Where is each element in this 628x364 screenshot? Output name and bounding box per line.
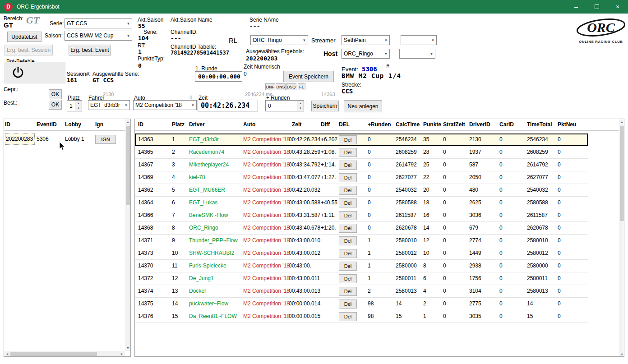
cell-runden: 1 (368, 260, 371, 272)
delete-row-button[interactable]: Del (339, 287, 357, 296)
minimize-button[interactable]: – (566, 0, 586, 14)
result-row[interactable]: 14362 5 EGT_MU66ER M2 Competition '18 00… (135, 184, 588, 197)
results-vertical-scrollbar[interactable]: ▲ ▼ (619, 119, 624, 357)
delete-row-button[interactable]: Del (339, 186, 357, 195)
fahrer-select[interactable]: EGT_d3rb3r ▼ (88, 100, 130, 110)
saison-select[interactable]: CCS BMW M2 Cup ▼ (65, 31, 132, 41)
result-row[interactable]: 14371 9 Thunder_PPP~Flow M2 Competition … (135, 235, 588, 247)
cell-driverid: 480 (469, 184, 478, 196)
rl-select[interactable]: ORC_Ringo ▼ (250, 35, 308, 45)
best-ok-button[interactable]: OK (49, 100, 62, 110)
result-row[interactable]: 14374 13 Docker M2 Competition '18 00:43… (135, 285, 588, 298)
result-row[interactable]: 14363 1 EGT_d3rb3r M2 Competition '18 00… (135, 134, 588, 146)
delete-row-button[interactable]: Del (339, 135, 357, 144)
delete-row-button[interactable]: Del (339, 236, 357, 245)
result-row[interactable]: 14364 6 EGT_Lukas M2 Competition '18 00:… (135, 197, 588, 209)
result-row[interactable]: 14373 10 SHW-SCHRAUBI2 M2 Competition '1… (135, 247, 588, 260)
delete-row-button[interactable]: Del (339, 262, 357, 271)
cell-timetotal: 2627077 (527, 171, 548, 184)
dnf-button[interactable]: DNF (265, 83, 275, 90)
result-row[interactable]: 14366 7 BeneSMK~Flow M2 Competition '18 … (135, 209, 588, 222)
cell-zeit: 00:43:00. (289, 260, 311, 272)
result-row[interactable]: 14376 15 Da_Reen81~FLOW M2 Competition '… (135, 310, 588, 323)
update-list-button[interactable]: UpdateList (7, 32, 42, 42)
dns-button[interactable]: DNS (276, 83, 286, 90)
platz-stepper[interactable]: 1 ▲▼ (67, 100, 82, 111)
spin-up-icon[interactable]: ▲ (297, 101, 304, 106)
cell-zeit: 00:43:47.077 (289, 171, 320, 184)
orc-logo-text: ORC (587, 20, 615, 35)
speichern-button[interactable]: Speichern (311, 101, 339, 111)
serie-num-label: Serie: (143, 29, 157, 35)
streamer2-select[interactable]: ▼ (401, 35, 437, 45)
event-speichern-button[interactable]: Event Speichern (283, 71, 334, 82)
cell-punkte: 1 (423, 310, 426, 323)
dsq-button[interactable]: DSQ (286, 83, 296, 90)
cell-auto: M2 Competition '18 (243, 159, 290, 171)
results-header-auto: Auto (243, 119, 255, 130)
delete-row-button[interactable]: Del (339, 299, 357, 309)
cell-timetotal: 2608259 (527, 146, 548, 158)
akt-saison-value: 55 (138, 23, 145, 29)
serie-select[interactable]: GT CCS ▼ (65, 18, 132, 28)
scrollbar-thumb[interactable] (126, 126, 130, 205)
delete-row-button[interactable]: Del (339, 211, 357, 220)
auto-select[interactable]: M2 Competition '18 ▼ (133, 100, 197, 110)
scroll-right-icon[interactable]: ► (120, 352, 124, 355)
spin-down-icon[interactable]: ▼ (297, 106, 304, 111)
sessions-vertical-scrollbar[interactable]: ▲ ▼ (125, 119, 131, 351)
delete-row-button[interactable]: Del (339, 173, 357, 182)
host2-select[interactable]: ▼ (399, 49, 435, 59)
cell-calctime: 2580013 (396, 285, 417, 297)
delete-row-button[interactable]: Del (339, 224, 357, 233)
streamer-select[interactable]: SethPain ▼ (342, 35, 390, 45)
erg-best-event-button[interactable]: Erg. best. Event (69, 45, 111, 55)
cell-strafzeit: 0 (443, 184, 446, 196)
result-row[interactable]: 14367 3 Miketheplayer24 M2 Competition '… (135, 159, 588, 171)
host-select[interactable]: ORC_Ringo ▼ (342, 49, 390, 59)
delete-row-button[interactable]: Del (339, 312, 357, 321)
ign-button[interactable]: IGN (95, 135, 116, 144)
result-row[interactable]: 14370 11 Furis-Spielecke M2 Competition … (135, 260, 588, 272)
result-row[interactable]: 14365 2 Racedemon74 M2 Competition '18 0… (135, 146, 588, 159)
maximize-button[interactable] (586, 0, 607, 14)
result-row[interactable]: 14375 14 puckwater~Flow M2 Competition '… (135, 298, 588, 310)
result-row[interactable]: 14372 12 De_Jung1 M2 Competition '18 00:… (135, 272, 588, 285)
sessions-horizontal-scrollbar[interactable]: ◄ ► (4, 351, 125, 357)
runden-stepper[interactable]: 0 ▲▼ (265, 100, 304, 111)
cell-zeit: 00:43:00.012 (289, 247, 320, 259)
scroll-left-icon[interactable]: ◄ (5, 352, 9, 355)
cell-carid: 0 (499, 247, 503, 259)
spin-down-icon[interactable]: ▼ (75, 106, 82, 111)
spin-up-icon[interactable]: ▲ (75, 101, 82, 106)
scroll-down-icon[interactable]: ▼ (619, 353, 624, 356)
power-icon[interactable] (11, 66, 25, 79)
scroll-down-icon[interactable]: ▼ (125, 346, 131, 350)
result-row[interactable]: 14369 4 kiel-78 M2 Competition '18 00:43… (135, 171, 588, 184)
zeit-numerisch-value: 0 (244, 71, 247, 77)
gepr-ok-button[interactable]: OK (49, 89, 62, 99)
fl-button[interactable]: FL (298, 83, 305, 90)
scroll-up-icon[interactable]: ▲ (125, 120, 131, 124)
delete-row-button[interactable]: Del (339, 274, 357, 283)
neu-anlegen-button[interactable]: Neu anlegen (344, 100, 382, 112)
cell-calctime: 2540032 (396, 184, 417, 196)
punktetyp-label: PunkteTyp: (138, 55, 165, 62)
delete-row-button[interactable]: Del (339, 198, 357, 207)
close-button[interactable]: × (607, 0, 628, 14)
app-icon: D (4, 3, 13, 11)
delete-row-button[interactable]: Del (339, 148, 357, 157)
cell-runden: 1 (368, 235, 371, 247)
delete-row-button[interactable]: Del (339, 161, 357, 170)
delete-row-button[interactable]: Del (339, 249, 357, 258)
zeit-field[interactable]: 00:42:26.234 (198, 100, 258, 111)
cell-driverid: 3036 (469, 209, 481, 221)
erg-best-session-button[interactable]: Erg. best. Session (5, 45, 53, 55)
cell-platz: 4 (172, 171, 175, 184)
erste-runde-field[interactable]: 00:00:00.000 (195, 71, 242, 82)
cell-driver: kiel-78 (189, 171, 205, 184)
scrollbar-thumb[interactable] (620, 126, 624, 221)
scrollbar-thumb[interactable] (10, 352, 97, 356)
scroll-up-icon[interactable]: ▲ (619, 120, 624, 124)
result-row[interactable]: 14368 8 ORC_Ringo M2 Competition '18 00:… (135, 222, 588, 235)
